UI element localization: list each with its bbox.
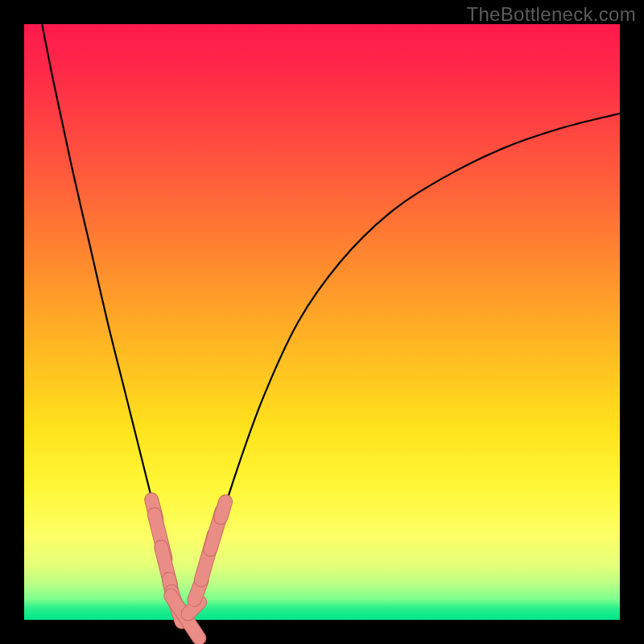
curve-layer: [24, 24, 620, 620]
plot-area: [24, 24, 620, 620]
bottleneck-curve: [42, 24, 620, 617]
chart-frame: TheBottleneck.com: [0, 0, 644, 644]
marker-group: [143, 491, 234, 644]
watermark-text: TheBottleneck.com: [466, 3, 636, 26]
